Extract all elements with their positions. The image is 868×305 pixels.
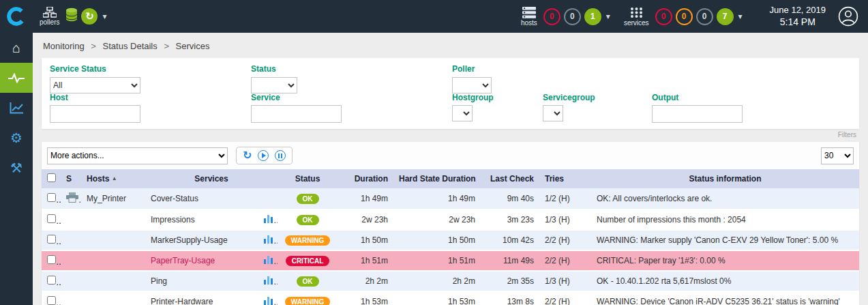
service-input[interactable]: [251, 105, 342, 123]
pause-button[interactable]: [275, 150, 286, 161]
poller-select[interactable]: [452, 77, 492, 93]
row-checkbox[interactable]: [47, 214, 56, 223]
breadcrumb-services[interactable]: Services: [176, 41, 210, 51]
chevron-down-icon[interactable]: ▾: [606, 12, 610, 21]
sidebar-item-configuration[interactable]: ⚙: [0, 123, 33, 153]
centreon-logo[interactable]: [0, 0, 33, 33]
home-icon: ⌂: [12, 40, 20, 56]
row-checkbox[interactable]: [47, 255, 56, 264]
table-row: My_Printer Cover-Status OK 1h 49m 1h 49m…: [42, 188, 859, 209]
chevron-down-icon[interactable]: ▾: [738, 12, 743, 21]
sidebar-item-reporting[interactable]: [0, 93, 33, 123]
hard-state-duration-cell: 2w 23h: [393, 209, 481, 230]
play-button[interactable]: [258, 150, 269, 161]
graph-icon[interactable]: [264, 276, 273, 285]
duration-cell: 1h 51m: [338, 250, 393, 271]
poller-status-group: pollers ↻ ▾: [40, 7, 107, 26]
graph-icon[interactable]: [264, 235, 273, 244]
sidebar-item-monitoring[interactable]: [0, 63, 33, 93]
status-information-cell: Number of impressions this month : 2054: [591, 209, 859, 230]
service-status-select[interactable]: All: [50, 77, 140, 93]
tries-cell: 2/2 (H): [539, 250, 591, 271]
current-time: 5:14 PM: [770, 16, 826, 29]
hosts-down-count[interactable]: 0: [543, 8, 560, 25]
header-s[interactable]: S: [61, 169, 81, 188]
current-date: June 12, 2019: [770, 4, 826, 16]
services-warning-count[interactable]: 0: [676, 8, 693, 25]
last-check-cell: 2m 35s: [481, 271, 539, 291]
chevron-down-icon[interactable]: ▾: [102, 12, 106, 21]
graph-icon[interactable]: [264, 214, 273, 223]
header-last-check[interactable]: Last Check: [481, 169, 539, 188]
service-link[interactable]: PaperTray-Usage: [151, 256, 215, 265]
poller-database-indicator[interactable]: [65, 8, 78, 25]
table-row: PaperTray-Usage CRITICAL 1h 51m 1h 51m 1…: [42, 250, 859, 271]
output-input[interactable]: [652, 105, 743, 123]
row-checkbox[interactable]: [47, 235, 56, 244]
services-ok-count[interactable]: 7: [717, 8, 734, 25]
service-link[interactable]: Impressions: [151, 215, 195, 224]
servicegroup-select[interactable]: [543, 105, 563, 121]
host-link[interactable]: My_Printer: [87, 194, 126, 203]
service-link[interactable]: MarkerSupply-Usage: [151, 235, 228, 245]
graph-icon[interactable]: [264, 296, 273, 305]
hard-state-duration-cell: 1h 49m: [393, 188, 481, 209]
row-checkbox[interactable]: [47, 276, 56, 285]
services-indicator[interactable]: services: [624, 7, 649, 27]
more-actions-select[interactable]: More actions...: [47, 147, 228, 164]
service-label: Service: [251, 93, 280, 102]
header-hard-state-duration[interactable]: Hard State Duration: [393, 169, 481, 188]
sidebar-item-administration[interactable]: ⚒: [0, 153, 33, 183]
status-badge: OK: [297, 276, 319, 287]
pollers-icon: [43, 7, 57, 18]
select-all-checkbox[interactable]: [47, 173, 56, 182]
status-information-cell: OK: All covers/interlocks are ok.: [591, 188, 859, 209]
header-hosts[interactable]: Hosts ▲: [81, 169, 145, 188]
hosts-up-count[interactable]: 1: [584, 8, 601, 25]
play-icon: [262, 153, 266, 158]
duration-cell: 2h 2m: [338, 271, 393, 291]
breadcrumb-status-details[interactable]: Status Details: [103, 41, 158, 51]
sidebar-item-home[interactable]: ⌂: [0, 33, 33, 63]
service-link[interactable]: Printer-Hardware: [151, 297, 213, 305]
header-duration[interactable]: Duration: [338, 169, 393, 188]
services-critical-count[interactable]: 0: [655, 8, 672, 25]
row-checkbox[interactable]: [47, 296, 56, 305]
filters-panel: Service Status All Status Poller Host Se…: [42, 58, 859, 129]
service-link[interactable]: Ping: [151, 276, 167, 286]
service-list-panel: More actions... ↻ 30 S: [42, 142, 859, 305]
status-information-cell: WARNING: Marker supply 'Canon C-EXV 29 Y…: [591, 230, 859, 250]
header-status-information[interactable]: Status information: [591, 169, 859, 188]
poller-latency-indicator[interactable]: ↻: [81, 8, 98, 25]
filters-toggle[interactable]: Filters: [42, 129, 859, 142]
hosts-indicator[interactable]: hosts: [521, 7, 537, 27]
poller-label: Poller: [452, 64, 475, 74]
status-information-cell: CRITICAL: Paper tray '1#3': 0.00 %: [591, 250, 859, 271]
service-link[interactable]: Cover-Status: [151, 194, 198, 203]
hostgroup-select[interactable]: [452, 105, 473, 121]
tries-cell: 1/3 (H): [539, 209, 591, 230]
header-status[interactable]: Status: [278, 169, 338, 188]
status-field: [251, 77, 297, 93]
sort-asc-icon[interactable]: ▲: [112, 175, 117, 181]
header-services[interactable]: Services: [145, 169, 278, 188]
status-badge: WARNING: [285, 235, 330, 246]
poller-field: [452, 77, 492, 93]
page-size-select[interactable]: 30: [821, 147, 854, 164]
refresh-button[interactable]: ↻: [243, 150, 252, 161]
row-checkbox[interactable]: [47, 193, 56, 202]
breadcrumb-monitoring[interactable]: Monitoring: [43, 41, 85, 51]
services-label: services: [624, 19, 649, 27]
servicegroup-field: [543, 105, 563, 121]
user-icon: [838, 6, 858, 27]
header-tries[interactable]: Tries: [539, 169, 591, 188]
services-unknown-count[interactable]: 0: [696, 8, 713, 25]
table-row: Ping OK 2h 2m 2h 2m 2m 35s 1/3 (H) OK - …: [42, 271, 859, 291]
hosts-unreachable-count[interactable]: 0: [564, 8, 581, 25]
pollers-indicator[interactable]: pollers: [40, 7, 59, 26]
graph-icon[interactable]: [264, 255, 273, 264]
status-select[interactable]: [251, 77, 297, 93]
host-input[interactable]: [50, 105, 140, 123]
user-profile-button[interactable]: [838, 6, 858, 27]
last-check-cell: 9m 40s: [481, 188, 539, 209]
